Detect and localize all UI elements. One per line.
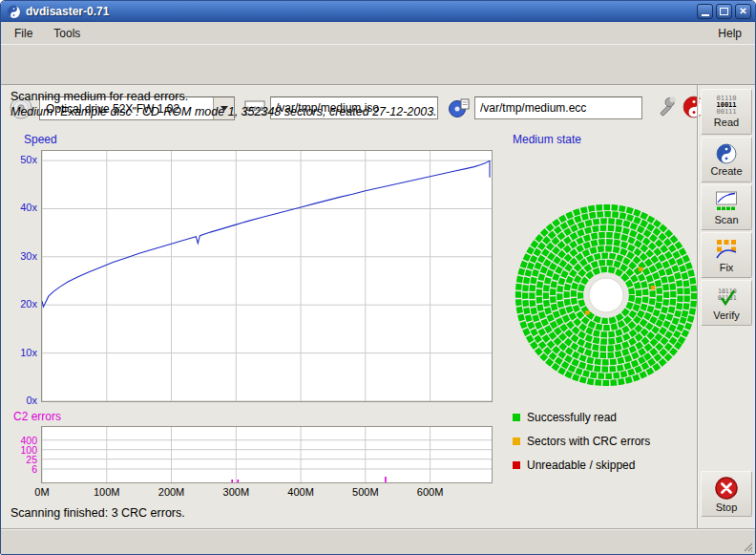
axis-tick-label: 25	[3, 454, 37, 465]
axis-tick-label: 300M	[215, 486, 257, 498]
axis-tick-label: 0x	[3, 395, 37, 406]
fix-button[interactable]: Fix	[701, 232, 752, 278]
legend-swatch-bad	[513, 461, 520, 469]
maximize-button[interactable]	[716, 4, 732, 19]
speed-chart-title: Speed	[24, 133, 57, 146]
binary-read-icon: 01110 10011 00111	[716, 96, 736, 116]
ecc-path-input[interactable]	[474, 96, 642, 119]
speed-chart	[41, 150, 493, 402]
axis-tick-label: 0M	[21, 486, 63, 498]
medium-state-title: Medium state	[513, 133, 581, 146]
verify-button-label: Verify	[713, 310, 740, 321]
axis-tick-label: 400M	[280, 486, 322, 498]
minimize-button[interactable]	[697, 4, 713, 19]
c2-errors-title: C2 errors	[13, 410, 61, 423]
medium-state-disc	[511, 200, 702, 391]
window-title: dvdisaster-0.71	[26, 5, 697, 18]
stop-button-label: Stop	[716, 502, 738, 513]
stop-icon	[714, 476, 739, 501]
c2-errors-chart	[41, 426, 493, 483]
axis-tick-label: 20x	[3, 298, 37, 310]
legend-swatch-crc	[513, 438, 520, 445]
ecc-file-button[interactable]	[448, 96, 471, 119]
maximize-icon	[720, 8, 728, 15]
axis-tick-label: 40x	[3, 202, 37, 213]
verify-button[interactable]: 10110 01101 Verify	[701, 280, 752, 326]
fix-button-label: Fix	[720, 262, 734, 273]
legend-label: Successfully read	[527, 411, 617, 424]
legend-item-crc: Sectors with CRC errors	[513, 435, 650, 448]
axis-tick-label: 600M	[410, 486, 452, 498]
menubar: File Tools Help	[1, 22, 755, 44]
axis-tick-label: 400	[3, 435, 37, 446]
read-button-label: Read	[714, 117, 739, 128]
menu-file[interactable]: File	[9, 25, 38, 42]
create-button[interactable]: Create	[701, 137, 752, 182]
legend-swatch-good	[513, 414, 520, 421]
sidebar-divider-highlight	[698, 85, 699, 528]
axis-tick-label: 100M	[86, 486, 128, 498]
titlebar[interactable]: dvdisaster-0.71 ✕	[1, 1, 755, 22]
resize-grip[interactable]	[742, 541, 753, 552]
ecc-file-icon	[448, 96, 471, 119]
toolbar: Optical drive 52X FW 1.02 10011	[1, 44, 755, 85]
bottombar: View log	[1, 528, 755, 554]
status-message: Scanning medium for read errors.	[10, 90, 188, 103]
axis-tick-label: 200M	[151, 486, 193, 498]
scan-result-status: Scanning finished: 3 CRC errors.	[10, 506, 185, 520]
preferences-button[interactable]	[654, 96, 677, 118]
close-button[interactable]: ✕	[735, 4, 751, 19]
axis-tick-label: 100	[3, 444, 37, 456]
medium-info: Medium "Example disc": CD-ROM mode 1, 35…	[10, 105, 437, 118]
app-logo-icon	[7, 5, 21, 19]
scan-button[interactable]: Scan	[701, 184, 752, 230]
scan-chart-icon	[715, 190, 738, 213]
wrench-icon	[654, 96, 677, 118]
scan-button-label: Scan	[714, 214, 738, 225]
axis-tick-label: 30x	[3, 250, 37, 262]
legend-item-good: Successfully read	[513, 411, 617, 424]
close-icon: ✕	[739, 7, 746, 16]
verify-check-icon: 10110 01101	[715, 286, 738, 309]
legend-label: Sectors with CRC errors	[527, 435, 650, 448]
axis-tick-label: 50x	[3, 154, 37, 165]
axis-tick-label: 500M	[345, 486, 387, 498]
axis-tick-label: 6	[3, 463, 37, 475]
axis-tick-label: 10x	[3, 347, 37, 358]
stop-button[interactable]: Stop	[701, 471, 752, 517]
yin-yang-icon	[716, 143, 737, 164]
legend-item-bad: Unreadable / skipped	[513, 459, 635, 472]
read-button[interactable]: 01110 10011 00111 Read	[701, 89, 752, 135]
fix-icon	[715, 238, 738, 261]
legend-label: Unreadable / skipped	[527, 459, 635, 472]
create-button-label: Create	[710, 165, 742, 177]
app-window: dvdisaster-0.71 ✕ File Tools Help Optica…	[0, 0, 756, 555]
minimize-icon	[702, 14, 709, 17]
menu-help[interactable]: Help	[712, 25, 747, 42]
menu-tools[interactable]: Tools	[48, 25, 86, 42]
